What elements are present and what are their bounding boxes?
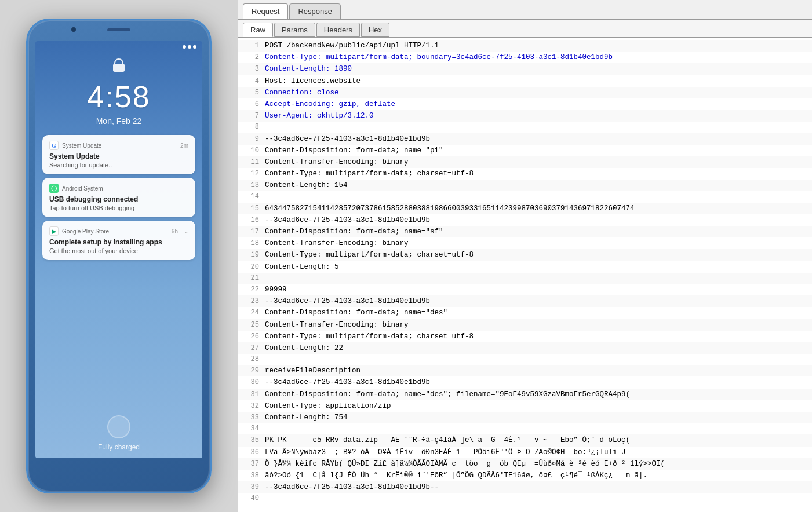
line-text: --3c4ad6ce-7f25-4103-a3c1-8d1b40e1bd9b bbox=[265, 133, 807, 145]
notification-android-system[interactable]: ◯ Android System USB debugging connected… bbox=[42, 178, 195, 217]
code-line: 17Content-Disposition: form-data; name="… bbox=[238, 226, 812, 237]
subtab-raw[interactable]: Raw bbox=[243, 23, 273, 37]
line-text: Content-Type: multipart/form-data; chars… bbox=[265, 249, 807, 261]
line-text: Connection: close bbox=[265, 87, 807, 98]
line-number: 9 bbox=[243, 134, 259, 145]
line-text: Content-Length: 22 bbox=[265, 342, 807, 354]
code-line: 5Connection: close bbox=[238, 87, 812, 98]
sub-tabs-row: Raw Params Headers Hex bbox=[238, 20, 812, 38]
line-number: 7 bbox=[243, 111, 259, 122]
wifi-icon bbox=[188, 45, 191, 49]
line-text: --3c4ad6ce-7f25-4103-a3c1-8d1b40e1bd9b bbox=[265, 214, 807, 226]
phone-time: 4:58 bbox=[35, 79, 202, 114]
code-line: 20Content-Length: 5 bbox=[238, 261, 812, 273]
code-line: 35PK PK c5 RRv data.zip AE ¨¨R-÷ä-ç4láÀ … bbox=[238, 434, 812, 446]
code-line: 36LVä Ã>N\ŷwbàz3 ; B¥? óÁ O¥À 1Ëìv ôÐñ3E… bbox=[238, 447, 812, 458]
subtab-hex[interactable]: Hex bbox=[361, 23, 389, 37]
tab-response[interactable]: Response bbox=[289, 3, 341, 19]
line-text: Content-Length: 5 bbox=[265, 261, 807, 273]
line-number: 39 bbox=[243, 482, 259, 493]
code-line: 2Content-Type: multipart/form-data; boun… bbox=[238, 52, 812, 63]
code-line: 1POST /backendNew/public/api/upl HTTP/1.… bbox=[238, 40, 812, 52]
line-text: Content-Transfer-Encoding: binary bbox=[265, 237, 807, 249]
line-number: 13 bbox=[243, 180, 259, 191]
code-line: 39--3c4ad6ce-7f25-4103-a3c1-8d1b40e1bd9b… bbox=[238, 481, 812, 493]
line-text: Content-Type: multipart/form-data; chars… bbox=[265, 331, 807, 342]
line-text: Host: licences.website bbox=[265, 75, 807, 87]
code-line: 1564344758271541142857207378615852880388… bbox=[238, 203, 812, 214]
code-line: 30--3c4ad6ce-7f25-4103-a3c1-8d1b40e1bd9b bbox=[238, 376, 812, 388]
notif-time-3: 9h bbox=[172, 228, 178, 235]
code-line: 9--3c4ad6ce-7f25-4103-a3c1-8d1b40e1bd9b bbox=[238, 133, 812, 145]
line-number: 28 bbox=[243, 354, 259, 365]
line-number: 26 bbox=[243, 331, 259, 342]
code-line: 7User-Agent: okhttp/3.12.0 bbox=[238, 110, 812, 122]
code-line: 4Host: licences.website bbox=[238, 75, 812, 87]
line-number: 22 bbox=[243, 284, 259, 295]
notif-header-3: ▶ Google Play Store 9h ⌄ bbox=[49, 226, 188, 236]
line-number: 36 bbox=[243, 447, 259, 458]
line-text: Õ }Å¾¼ kèifc RÂYb( QÛ»DI Zi£ à]ä½¾ÕÃÃÖÏÀ… bbox=[265, 458, 807, 470]
notif-title-3: Complete setup by installing apps bbox=[49, 238, 188, 246]
code-line: 37Õ }Å¾¼ kèifc RÂYb( QÛ»DI Zi£ à]ä½¾ÕÃÃÖ… bbox=[238, 458, 812, 470]
signal-icon bbox=[183, 45, 186, 49]
line-number: 4 bbox=[243, 76, 259, 87]
line-text: receiveFileDescription bbox=[265, 365, 807, 376]
notif-body-2: Tap to turn off USB debugging bbox=[49, 204, 188, 211]
notif-body-1: Searching for update.. bbox=[49, 162, 188, 169]
line-number: 12 bbox=[243, 169, 259, 180]
line-number: 35 bbox=[243, 435, 259, 446]
line-text: Content-Transfer-Encoding: binary bbox=[265, 319, 807, 331]
phone-camera bbox=[71, 27, 76, 32]
code-line: 11Content-Transfer-Encoding: binary bbox=[238, 156, 812, 168]
lock-icon bbox=[111, 58, 127, 75]
code-line: 6Accept-Encoding: gzip, deflate bbox=[238, 98, 812, 110]
code-line: 34 bbox=[238, 423, 812, 434]
line-text: Content-Disposition: form-data; name="de… bbox=[265, 389, 807, 400]
line-text: Content-Transfer-Encoding: binary bbox=[265, 156, 807, 168]
code-line: 33Content-Length: 754 bbox=[238, 412, 812, 423]
code-line: 2299999 bbox=[238, 284, 812, 295]
tab-request[interactable]: Request bbox=[243, 3, 288, 19]
notif-header-1: G System Update 2m bbox=[49, 141, 188, 150]
line-number: 33 bbox=[243, 412, 259, 423]
line-text: Content-Disposition: form-data; name="pi… bbox=[265, 145, 807, 156]
line-number: 19 bbox=[243, 250, 259, 261]
line-text: Content-Disposition: form-data; name="de… bbox=[265, 307, 807, 319]
lock-icon-area bbox=[35, 53, 202, 75]
notification-play-store[interactable]: ▶ Google Play Store 9h ⌄ Complete setup … bbox=[42, 221, 195, 260]
line-text: Content-Type: multipart/form-data; chars… bbox=[265, 168, 807, 180]
phone-container: 4:58 Mon, Feb 22 G System Update 2m Syst… bbox=[0, 0, 238, 512]
phone-home-button[interactable] bbox=[107, 415, 130, 438]
line-number: 2 bbox=[243, 52, 259, 63]
line-number: 16 bbox=[243, 215, 259, 226]
line-text: --3c4ad6ce-7f25-4103-a3c1-8d1b40e1bd9b bbox=[265, 295, 807, 307]
line-number: 5 bbox=[243, 87, 259, 98]
line-number: 37 bbox=[243, 459, 259, 470]
code-line: 23--3c4ad6ce-7f25-4103-a3c1-8d1b40e1bd9b bbox=[238, 295, 812, 307]
subtab-headers[interactable]: Headers bbox=[316, 23, 360, 37]
line-number: 38 bbox=[243, 470, 259, 481]
code-line: 16--3c4ad6ce-7f25-4103-a3c1-8d1b40e1bd9b bbox=[238, 214, 812, 226]
line-text: Content-Length: 754 bbox=[265, 412, 807, 423]
line-text: --3c4ad6ce-7f25-4103-a3c1-8d1b40e1bd9b-- bbox=[265, 481, 807, 493]
line-text: User-Agent: okhttp/3.12.0 bbox=[265, 110, 807, 122]
line-number: 8 bbox=[243, 122, 259, 133]
line-number: 3 bbox=[243, 64, 259, 75]
fully-charged-label: Fully charged bbox=[98, 443, 140, 451]
line-text: 6434475827154114285720737861585288038819… bbox=[265, 203, 807, 214]
subtab-params[interactable]: Params bbox=[274, 23, 315, 37]
notification-system-update[interactable]: G System Update 2m System Update Searchi… bbox=[42, 135, 195, 174]
phone-date: Mon, Feb 22 bbox=[35, 116, 202, 126]
code-line: 26Content-Type: multipart/form-data; cha… bbox=[238, 331, 812, 342]
line-text: Content-Length: 1890 bbox=[265, 63, 807, 75]
line-number: 31 bbox=[243, 389, 259, 400]
chevron-down-icon: ⌄ bbox=[184, 228, 188, 235]
line-number: 21 bbox=[243, 273, 259, 284]
line-number: 15 bbox=[243, 203, 259, 214]
phone-device: 4:58 Mon, Feb 22 G System Update 2m Syst… bbox=[26, 19, 212, 493]
google-icon: G bbox=[49, 141, 59, 150]
code-line: 21 bbox=[238, 273, 812, 284]
notif-app-name-1: System Update bbox=[62, 142, 177, 149]
line-number: 20 bbox=[243, 262, 259, 273]
